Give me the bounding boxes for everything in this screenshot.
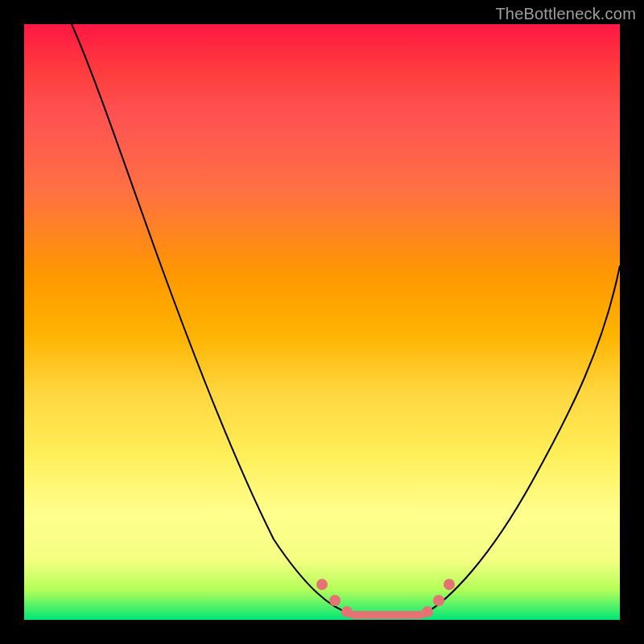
marker-dot bbox=[433, 595, 444, 606]
marker-dot bbox=[329, 595, 341, 606]
marker-dot bbox=[316, 579, 328, 590]
right-curve bbox=[423, 266, 620, 614]
chart-svg bbox=[24, 24, 620, 620]
marker-bar bbox=[349, 611, 425, 619]
left-curve bbox=[72, 24, 352, 614]
marker-dot bbox=[422, 606, 433, 617]
watermark-text: TheBottleneck.com bbox=[495, 5, 636, 23]
marker-dot bbox=[444, 579, 455, 590]
chart-frame: TheBottleneck.com bbox=[0, 0, 644, 644]
